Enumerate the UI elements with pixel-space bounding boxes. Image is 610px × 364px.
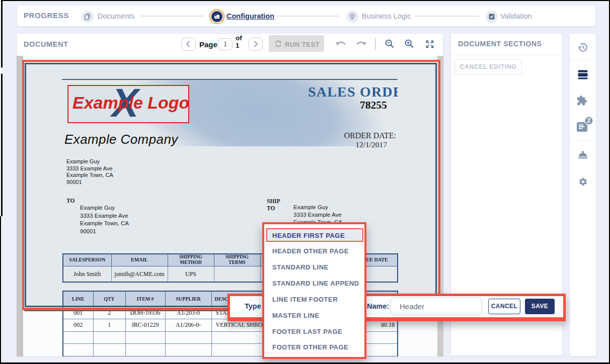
svg-text:2: 2 xyxy=(587,117,591,124)
